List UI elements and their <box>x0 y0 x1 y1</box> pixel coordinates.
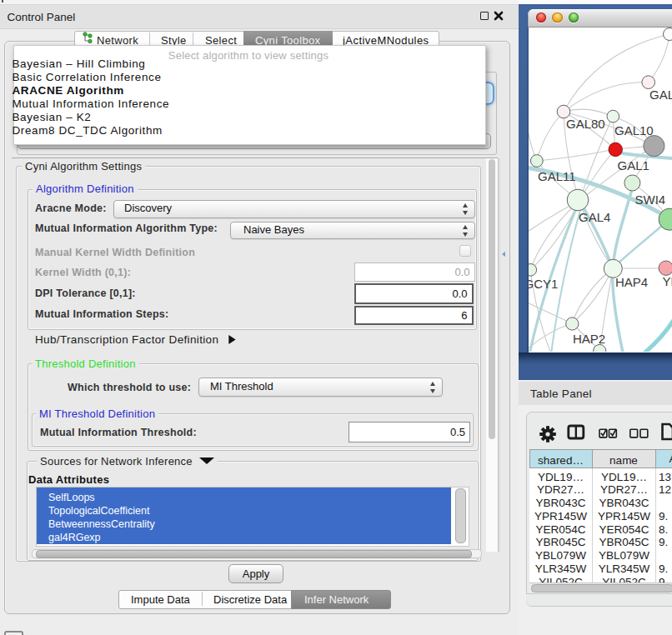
svg-text:HAP4: HAP4 <box>615 275 648 289</box>
svg-text:SWI4: SWI4 <box>635 192 666 207</box>
svg-text:GCY1: GCY1 <box>529 277 558 291</box>
svg-text:GAL11: GAL11 <box>538 169 576 183</box>
svg-text:GAL80: GAL80 <box>566 117 605 131</box>
svg-text:GAL4: GAL4 <box>579 210 610 224</box>
svg-text:YE: YE <box>663 274 672 288</box>
svg-text:HAP2: HAP2 <box>573 332 605 346</box>
svg-text:GAL1: GAL1 <box>618 158 649 172</box>
svg-text:GAL10: GAL10 <box>614 123 654 138</box>
svg-text:GAL7: GAL7 <box>649 88 672 102</box>
